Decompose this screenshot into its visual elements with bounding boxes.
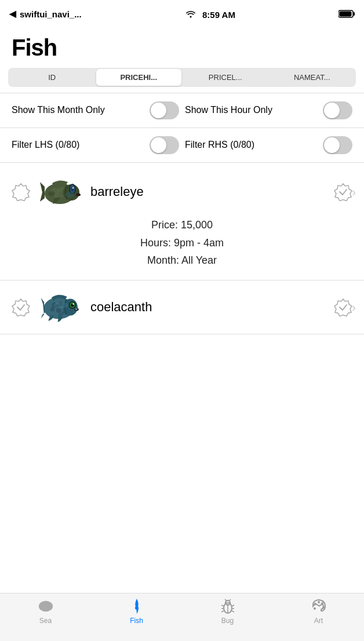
tab-item-bug[interactable]: Bug <box>182 598 273 625</box>
app-name: swiftui_navi_... <box>20 9 82 19</box>
battery-icon <box>338 10 355 18</box>
filter-hour-half: Show This Hour Only <box>185 101 352 119</box>
fish-item-coelacanth[interactable]: coelacanth › <box>0 281 364 334</box>
filter-lhs-toggle[interactable] <box>150 136 179 154</box>
tab-item-fish[interactable]: Fish <box>91 598 182 625</box>
filter-lhs-half: Filter LHS (0/80) <box>12 136 179 154</box>
fish-name-1: barreleye <box>90 184 327 199</box>
badge-checked-right-2[interactable] <box>334 298 352 316</box>
toggle-knob <box>151 103 166 118</box>
toggle-knob-2 <box>324 103 340 118</box>
tab-pricehi[interactable]: PRICEHI... <box>96 69 182 86</box>
status-right <box>338 10 355 18</box>
fish-image-coelacanth <box>37 289 83 326</box>
svg-rect-2 <box>340 12 352 17</box>
filter-row-2: Filter LHS (0/80) Filter RHS (0/80) <box>0 128 364 163</box>
svg-point-50 <box>322 606 325 609</box>
filter-month-half: Show This Month Only <box>12 101 179 119</box>
svg-line-39 <box>229 599 231 601</box>
svg-line-45 <box>232 611 234 612</box>
badge-checked-right-1[interactable] <box>334 183 352 201</box>
tab-id[interactable]: ID <box>9 69 95 86</box>
wifi-icon <box>185 9 196 18</box>
show-month-toggle[interactable] <box>150 101 179 119</box>
bug-tab-label: Bug <box>221 617 234 625</box>
fish-hours-1: Hours: 9pm - 4am <box>12 234 352 252</box>
svg-line-38 <box>225 599 227 601</box>
svg-point-15 <box>65 192 74 198</box>
svg-line-43 <box>232 605 234 606</box>
filter-row-1-inner: Show This Month Only Show This Hour Only <box>12 101 352 119</box>
svg-point-29 <box>72 303 74 305</box>
badge-unchecked-left-2[interactable] <box>12 298 30 316</box>
fish-price-1: Price: 15,000 <box>12 216 352 234</box>
badge-unchecked-left-1[interactable] <box>12 183 30 201</box>
svg-point-34 <box>38 601 52 612</box>
status-left: ◀ swiftui_navi_... <box>9 9 82 19</box>
fish-tab-label: Fish <box>130 617 143 625</box>
svg-point-35 <box>135 606 139 610</box>
filter-row-2-inner: Filter LHS (0/80) Filter RHS (0/80) <box>12 136 352 154</box>
svg-point-7 <box>48 191 55 196</box>
filter-rhs-toggle[interactable] <box>323 136 352 154</box>
svg-rect-1 <box>354 12 355 16</box>
fish-item-barreleye[interactable]: barreleye › Price: 15,000 Hours: 9pm - 4… <box>0 165 364 281</box>
tab-bar: Sea Fish <box>0 593 364 641</box>
show-hour-toggle[interactable] <box>323 101 352 119</box>
svg-point-49 <box>321 602 323 604</box>
bug-icon <box>220 598 236 614</box>
svg-point-21 <box>56 308 61 313</box>
svg-point-47 <box>314 603 316 605</box>
tab-nameat[interactable]: NAMEAT... <box>270 69 355 86</box>
page-title-area: Fish <box>0 26 364 68</box>
coelacanth-svg <box>38 290 83 324</box>
filter-row-1: Show This Month Only Show This Hour Only <box>0 93 364 128</box>
sort-tabs: ID PRICEHI... PRICEL... NAMEAT... <box>8 68 356 87</box>
sea-icon <box>38 598 54 614</box>
toggle-knob-4 <box>324 137 340 153</box>
fish-month-1: Month: All Year <box>12 252 352 269</box>
barreleye-svg <box>38 175 83 209</box>
fish-list: barreleye › Price: 15,000 Hours: 9pm - 4… <box>0 165 364 334</box>
chevron-right-2: › <box>352 300 356 314</box>
show-month-label: Show This Month Only <box>12 104 150 116</box>
tab-item-art[interactable]: Art <box>273 598 364 625</box>
page-title: Fish <box>12 35 352 61</box>
toggle-knob-3 <box>151 137 166 153</box>
show-hour-label: Show This Hour Only <box>185 104 323 116</box>
fish-image-barreleye <box>37 173 83 210</box>
filter-section: Show This Month Only Show This Hour Only… <box>0 93 364 163</box>
status-bar: ◀ swiftui_navi_... 8:59 AM <box>0 0 364 26</box>
filter-rhs-label: Filter RHS (0/80) <box>185 139 323 151</box>
filter-lhs-label: Filter LHS (0/80) <box>12 139 150 151</box>
svg-line-40 <box>221 605 224 606</box>
tab-pricel[interactable]: PRICEL... <box>183 69 268 86</box>
tab-item-sea[interactable]: Sea <box>0 598 91 625</box>
back-arrow-icon: ◀ <box>9 9 16 19</box>
svg-point-51 <box>314 607 316 610</box>
svg-point-48 <box>318 601 320 603</box>
fish-details-1: Price: 15,000 Hours: 9pm - 4am Month: Al… <box>12 210 352 272</box>
fish-row-top-2: coelacanth › <box>12 289 352 326</box>
svg-line-42 <box>221 611 224 612</box>
svg-point-33 <box>53 302 68 308</box>
status-time: 8:59 AM <box>185 9 235 20</box>
chevron-right-1: › <box>352 185 356 199</box>
fish-row-top-1: barreleye › <box>12 173 352 210</box>
svg-point-14 <box>76 194 81 196</box>
art-icon <box>311 598 327 614</box>
svg-point-13 <box>72 187 74 189</box>
fish-tab-icon <box>129 598 145 614</box>
filter-rhs-half: Filter RHS (0/80) <box>185 136 352 154</box>
sea-tab-label: Sea <box>39 617 52 625</box>
fish-name-2: coelacanth <box>90 300 327 315</box>
svg-point-20 <box>50 307 54 311</box>
art-tab-label: Art <box>314 617 323 625</box>
